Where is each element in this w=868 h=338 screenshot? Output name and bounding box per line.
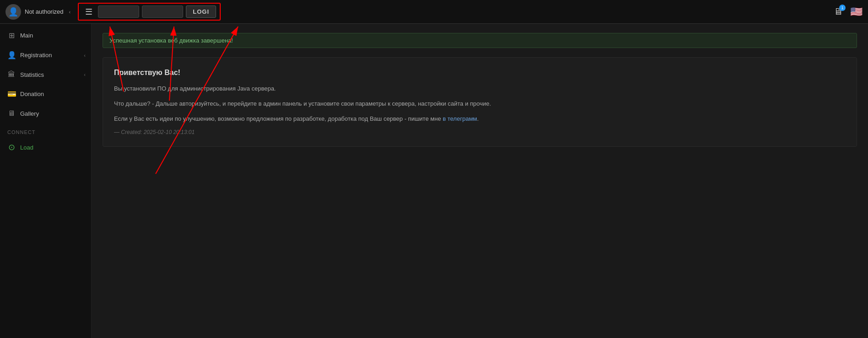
sidebar-label-registration: Registration <box>20 52 52 59</box>
content-para-1: Вы установили ПО для администрирования J… <box>114 84 846 94</box>
avatar: 👤 <box>5 4 21 20</box>
hamburger-button[interactable]: ☰ <box>82 6 95 18</box>
para3-suffix: . <box>477 115 479 122</box>
top-header: 👤 Not authorized ‹ ☰ LOGI 🖥 1 🇺🇸 <box>0 0 868 24</box>
content-box: Приветствую Вас! Вы установили ПО для ад… <box>103 57 857 147</box>
login-button[interactable]: LOGI <box>186 5 216 18</box>
sidebar: ⊞ Main 👤 Registration ‹ 🏛 Statistics ‹ 💳… <box>0 24 92 338</box>
notification-badge: 1 <box>839 5 846 11</box>
sidebar-item-main[interactable]: ⊞ Main <box>0 26 91 45</box>
telegram-link[interactable]: в телеграмм <box>443 115 477 122</box>
sidebar-label-donation: Donation <box>20 91 44 97</box>
sidebar-label-main: Main <box>20 32 33 39</box>
para3-prefix: Если у Вас есть идеи по улучшению, возмо… <box>114 115 443 122</box>
header-right: 🖥 1 🇺🇸 <box>834 6 863 18</box>
success-banner: Успешная установка веб движка завершена! <box>103 33 857 48</box>
content-para-2: Что дальше? - Дальше авторизуйтесь, и пе… <box>114 99 846 109</box>
header-login-area: ☰ LOGI <box>78 3 221 21</box>
chevron-right-icon-stats: ‹ <box>84 72 86 77</box>
content-title: Приветствую Вас! <box>114 69 846 77</box>
donation-icon: 💳 <box>7 90 16 98</box>
sidebar-item-load[interactable]: ⊙ Load <box>0 137 91 158</box>
notifications-button[interactable]: 🖥 1 <box>834 6 843 17</box>
language-flag[interactable]: 🇺🇸 <box>850 6 863 18</box>
content-para-3: Если у Вас есть идеи по улучшению, возмо… <box>114 114 846 124</box>
sidebar-label-gallery: Gallery <box>20 110 39 117</box>
chevron-right-icon: ‹ <box>84 53 86 58</box>
statistics-icon: 🏛 <box>7 70 16 79</box>
gallery-icon: 🖥 <box>7 109 16 118</box>
sidebar-item-donation[interactable]: 💳 Donation <box>0 84 91 104</box>
header-title: Not authorized <box>25 8 64 15</box>
connect-section-label: Connect <box>0 123 91 137</box>
content-meta: — Created: 2025-02-10 20:13:01 <box>114 129 846 135</box>
avatar-icon: 👤 <box>8 7 18 17</box>
sidebar-item-gallery[interactable]: 🖥 Gallery <box>0 104 91 123</box>
username-input[interactable] <box>98 5 139 18</box>
load-icon: ⊙ <box>7 142 16 152</box>
main-icon: ⊞ <box>7 31 16 40</box>
main-layout: ⊞ Main 👤 Registration ‹ 🏛 Statistics ‹ 💳… <box>0 24 868 338</box>
registration-icon: 👤 <box>7 51 16 59</box>
sidebar-label-load: Load <box>20 144 33 151</box>
sidebar-label-statistics: Statistics <box>20 71 44 78</box>
header-chevron-icon: ‹ <box>69 9 71 15</box>
main-content: Успешная установка веб движка завершена!… <box>92 24 868 338</box>
sidebar-item-statistics[interactable]: 🏛 Statistics ‹ <box>0 65 91 84</box>
header-brand: 👤 Not authorized ‹ <box>5 4 71 20</box>
password-input[interactable] <box>142 5 183 18</box>
sidebar-item-registration[interactable]: 👤 Registration ‹ <box>0 45 91 65</box>
